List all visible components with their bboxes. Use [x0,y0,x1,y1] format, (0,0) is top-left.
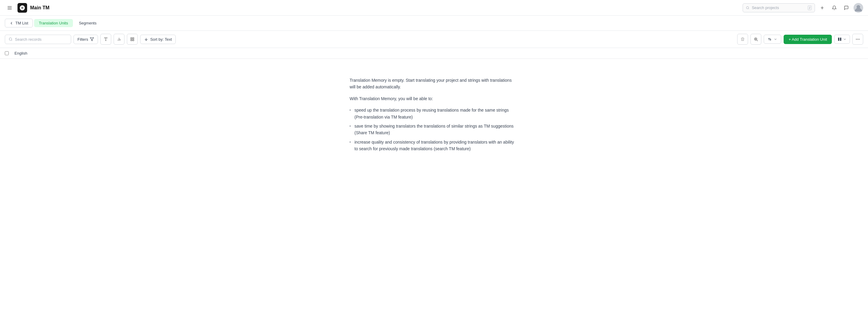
delete-button[interactable] [737,34,748,45]
more-options-button[interactable] [852,34,863,45]
view-toggle-button[interactable] [834,35,850,44]
svg-rect-16 [131,39,132,41]
bell-button[interactable] [830,3,839,13]
app-title: Main TM [30,5,50,10]
sort-button[interactable]: Sort by: Text [140,35,176,44]
header-checkbox-col [5,51,14,55]
plus-icon [820,5,825,10]
grid-icon [130,37,134,41]
avatar-image [854,3,863,13]
svg-rect-14 [131,38,132,39]
filters-label: Filters [78,37,88,41]
tm-list-tab[interactable]: TM List [5,19,33,27]
svg-rect-17 [133,39,134,41]
svg-rect-22 [838,38,839,41]
chevron-down-icon [774,37,777,41]
empty-state-with-tm: With Translation Memory, you will be abl… [350,95,518,102]
text-format-button[interactable] [100,34,111,45]
search-replace-icon [753,37,758,41]
svg-marker-8 [90,38,94,41]
chart-button[interactable] [114,34,124,45]
search-projects-input[interactable] [752,5,805,10]
filters-button[interactable]: Filters [73,35,98,44]
chart-icon [117,37,121,41]
svg-point-7 [9,38,12,40]
sort-label: Sort by: Text [150,37,172,41]
tm-list-label: TM List [16,21,28,25]
kbd-slash: / [808,5,812,10]
search-icon [746,6,749,10]
select-all-checkbox[interactable] [5,51,9,55]
search-bar[interactable]: / [743,3,815,12]
chat-icon [844,5,849,10]
nav-tabs: TM List Translation Units Segments [0,16,868,31]
translation-units-tab[interactable]: Translation Units [34,19,73,27]
sort-direction-icon [768,37,772,41]
svg-point-26 [859,39,860,40]
trash-icon [741,37,745,41]
header-left: Main TM [5,3,739,13]
grid-button[interactable] [127,34,138,45]
bell-icon [832,5,837,10]
column-label: English [14,51,27,56]
text-format-icon [104,37,108,41]
menu-icon[interactable] [5,3,14,13]
sort-direction-button[interactable] [764,35,781,44]
search-records-icon [9,37,13,41]
table-header: English [0,48,868,59]
list-item: speed up the translation process by reus… [350,107,518,120]
search-records-input[interactable] [15,37,67,41]
list-item: increase quality and consistency of tran… [350,139,518,152]
header-right: / [743,3,863,13]
toolbar-right: + Add Translation Unit [737,34,863,45]
list-item: save time by showing translators the tra… [350,123,518,136]
empty-state-intro: Translation Memory is empty. Start trans… [350,77,518,90]
add-icon-button[interactable] [817,3,827,13]
svg-rect-23 [840,38,841,41]
app-logo [18,3,27,13]
sort-icon [144,37,148,41]
toolbar: Filters Sort by: Text [0,31,868,48]
empty-state: Translation Memory is empty. Start trans… [0,59,868,173]
avatar[interactable] [854,3,863,13]
header: Main TM / [0,0,868,16]
empty-state-list: speed up the translation process by reus… [350,107,518,152]
back-arrow-icon [9,21,13,25]
svg-point-3 [746,6,749,9]
filter-icon [90,37,94,41]
chat-button[interactable] [841,3,851,13]
more-dots-icon [855,37,860,41]
add-translation-unit-button[interactable]: + Add Translation Unit [784,35,832,44]
svg-rect-15 [133,38,134,39]
segments-tab[interactable]: Segments [74,19,101,27]
search-replace-button[interactable] [750,34,761,45]
view-columns-icon [838,37,842,41]
search-records-bar[interactable] [5,35,71,44]
svg-point-24 [856,39,857,40]
view-chevron-icon [843,37,846,41]
empty-state-content: Translation Memory is empty. Start trans… [350,77,518,155]
svg-point-25 [858,39,858,40]
